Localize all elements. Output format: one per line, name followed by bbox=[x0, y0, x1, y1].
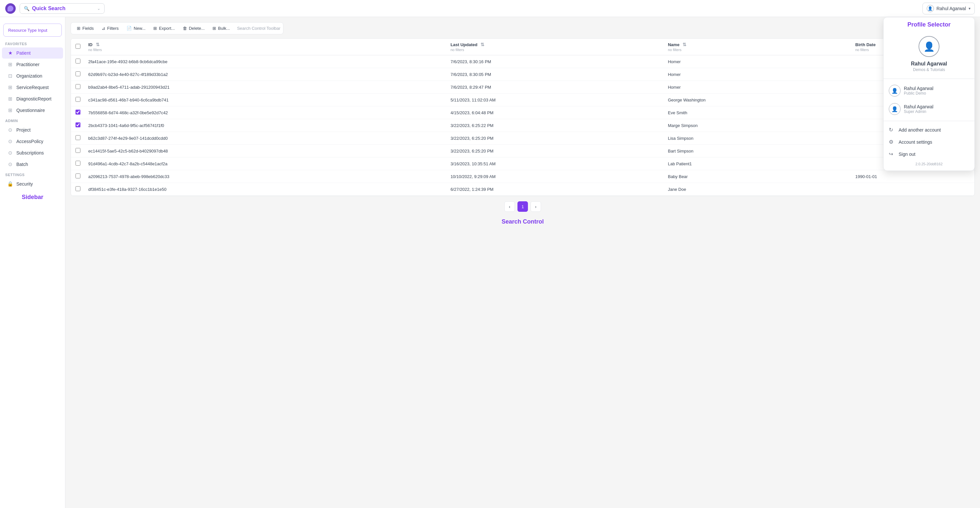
account-1-name: Rahul Agarwal bbox=[904, 86, 969, 91]
sign-out-action[interactable]: ↪ Sign out bbox=[884, 148, 974, 160]
row-last-updated: 3/22/2023, 6:25:20 PM bbox=[446, 132, 663, 145]
row-checkbox-cell[interactable] bbox=[71, 132, 84, 145]
row-checkbox-cell[interactable] bbox=[71, 106, 84, 119]
account-1-avatar: 👤 bbox=[889, 85, 900, 97]
main-layout: Resource Type Input FAVORITES ★ Patient … bbox=[0, 17, 980, 508]
row-checkbox-cell[interactable] bbox=[71, 170, 84, 183]
prev-page-button[interactable]: ‹ bbox=[504, 201, 515, 212]
sidebar-item-organization[interactable]: ⊡ Organization bbox=[2, 70, 63, 81]
sidebar-item-project-label: Project bbox=[16, 127, 31, 133]
filters-button[interactable]: ⊿ Filters bbox=[99, 24, 122, 33]
profile-version: 2.0.25-20dd8162 bbox=[884, 160, 974, 168]
app-container: 🔍 Quick Search ⌄ 👤 Rahul Agarwal ▾ Resou… bbox=[0, 0, 980, 508]
sidebar-item-diagnosticreport-label: DiagnosticReport bbox=[16, 96, 51, 101]
resource-type-input[interactable]: Resource Type Input bbox=[3, 24, 62, 37]
sidebar-item-access-policy[interactable]: ⊙ AccessPolicy bbox=[2, 136, 63, 147]
col-id: ID ⇅ no filters bbox=[84, 38, 446, 55]
account-1-info: Rahul Agarwal Public Demo bbox=[904, 86, 969, 96]
row-checkbox[interactable] bbox=[75, 59, 80, 64]
sidebar-item-diagnostic-report[interactable]: ⊞ DiagnosticReport bbox=[2, 93, 63, 104]
sidebar-item-subscriptions[interactable]: ⊙ Subscriptions bbox=[2, 147, 63, 158]
admin-section-label: ADMIN bbox=[0, 116, 65, 124]
account-settings-action[interactable]: ⚙ Account settings bbox=[884, 136, 974, 148]
row-id: 2bcb4373-1041-4a6d-9f5c-acf56741f1f0 bbox=[84, 119, 446, 132]
col-last-updated: Last Updated ⇅ no filters bbox=[446, 38, 663, 55]
header: 🔍 Quick Search ⌄ 👤 Rahul Agarwal ▾ bbox=[0, 0, 980, 17]
table-row: c341ac98-d561-46b7-b940-6c6ca9bdb741 5/1… bbox=[71, 94, 974, 106]
account-2-avatar: 👤 bbox=[889, 103, 900, 115]
policy-icon: ⊙ bbox=[7, 139, 13, 144]
data-table: ID ⇅ no filters Last Updated ⇅ no filter… bbox=[71, 38, 975, 196]
row-id: b62c3d87-274f-4e29-9e07-141dcdd0cdd0 bbox=[84, 132, 446, 145]
sidebar-item-patient[interactable]: ★ Patient bbox=[2, 48, 63, 59]
fields-button[interactable]: ⊞ Fields bbox=[73, 24, 97, 33]
select-all-checkbox[interactable] bbox=[75, 44, 80, 49]
row-checkbox[interactable] bbox=[75, 186, 80, 191]
row-checkbox-cell[interactable] bbox=[71, 157, 84, 170]
row-checkbox[interactable] bbox=[75, 148, 80, 153]
row-checkbox-cell[interactable] bbox=[71, 55, 84, 68]
row-checkbox[interactable] bbox=[75, 84, 80, 89]
col-name-adjust[interactable]: ⇅ bbox=[682, 42, 686, 47]
sidebar-item-security[interactable]: 🔒 Security bbox=[2, 178, 63, 190]
next-page-button[interactable]: › bbox=[531, 201, 541, 212]
row-checkbox-cell[interactable] bbox=[71, 81, 84, 94]
row-checkbox[interactable] bbox=[75, 174, 80, 178]
lock-icon: 🔒 bbox=[7, 181, 13, 187]
sidebar-item-subscriptions-label: Subscriptions bbox=[16, 150, 44, 155]
sidebar-item-project[interactable]: ⊙ Project bbox=[2, 125, 63, 136]
export-button[interactable]: ⊞ Export... bbox=[150, 24, 178, 33]
search-control-label: Search Control bbox=[71, 217, 975, 227]
new-button[interactable]: 📄 New... bbox=[123, 24, 149, 33]
row-name: Eve Smith bbox=[663, 106, 851, 119]
row-id: a2096213-7537-4978-abeb-998eb620dc33 bbox=[84, 170, 446, 183]
row-checkbox-cell[interactable] bbox=[71, 145, 84, 157]
app-logo[interactable] bbox=[5, 3, 16, 14]
row-last-updated: 3/22/2023, 6:25:20 PM bbox=[446, 145, 663, 157]
row-checkbox[interactable] bbox=[75, 71, 80, 76]
sidebar-item-service-request[interactable]: ⊞ ServiceRequest bbox=[2, 82, 63, 93]
row-checkbox-cell[interactable] bbox=[71, 183, 84, 196]
profile-header: 👤 Rahul Agarwal Demos & Tutorials bbox=[884, 29, 974, 76]
sidebar-item-practitioner[interactable]: ⊞ Practitioner bbox=[2, 59, 63, 70]
table-row: b9ad2ab4-8be5-4711-adab-291200943d21 7/6… bbox=[71, 81, 974, 94]
col-id-adjust[interactable]: ⇅ bbox=[96, 42, 100, 47]
row-checkbox[interactable] bbox=[75, 110, 80, 115]
export-label: Export... bbox=[159, 26, 175, 31]
col-last-updated-adjust[interactable]: ⇅ bbox=[480, 42, 484, 47]
page-1-button[interactable]: 1 bbox=[517, 201, 528, 212]
profile-account-1[interactable]: 👤 Rahul Agarwal Public Demo bbox=[884, 81, 974, 100]
user-menu-button[interactable]: 👤 Rahul Agarwal ▾ bbox=[923, 3, 975, 14]
settings-section-label: SETTINGS bbox=[0, 170, 65, 178]
bulk-button[interactable]: ⊞ Bulk... bbox=[209, 24, 233, 33]
main-content: ⊞ Fields ⊿ Filters 📄 New... ⊞ Export... … bbox=[65, 17, 980, 508]
sidebar-item-batch[interactable]: ⊙ Batch bbox=[2, 159, 63, 170]
sidebar-item-batch-label: Batch bbox=[16, 162, 28, 167]
quick-search-bar[interactable]: 🔍 Quick Search ⌄ bbox=[20, 3, 105, 14]
row-name: Baby Bear bbox=[663, 170, 851, 183]
row-name: Jane Doe bbox=[663, 183, 851, 196]
sidebar-item-questionnaire[interactable]: ⊞ Questionnaire bbox=[2, 105, 63, 116]
row-checkbox-cell[interactable] bbox=[71, 94, 84, 106]
row-last-updated: 3/22/2023, 6:25:22 PM bbox=[446, 119, 663, 132]
search-control-toolbar: ⊞ Fields ⊿ Filters 📄 New... ⊞ Export... … bbox=[71, 22, 283, 34]
filters-label: Filters bbox=[107, 26, 119, 31]
grid-icon: ⊞ bbox=[7, 62, 13, 67]
profile-account-2[interactable]: 👤 Rahul Agarwal Super Admin bbox=[884, 100, 974, 118]
star-icon: ★ bbox=[7, 50, 13, 56]
row-checkbox-cell[interactable] bbox=[71, 68, 84, 81]
row-checkbox[interactable] bbox=[75, 122, 80, 127]
row-checkbox[interactable] bbox=[75, 135, 80, 140]
add-account-action[interactable]: ↻ Add another account bbox=[884, 124, 974, 136]
table-row: b62c3d87-274f-4e29-9e07-141dcdd0cdd0 3/2… bbox=[71, 132, 974, 145]
row-id: c341ac98-d561-46b7-b940-6c6ca9bdb741 bbox=[84, 94, 446, 106]
search-control-toolbar-label: Search Control Toolbar bbox=[237, 26, 280, 31]
sign-out-label: Sign out bbox=[899, 152, 915, 157]
row-checkbox[interactable] bbox=[75, 161, 80, 166]
row-id: ec14415f-5ae5-42c5-b62d-b4029097db48 bbox=[84, 145, 446, 157]
delete-button[interactable]: 🗑 Delete... bbox=[180, 24, 208, 33]
table-row: ec14415f-5ae5-42c5-b62d-b4029097db48 3/2… bbox=[71, 145, 974, 157]
row-id: 7b556858-6d74-468c-a32f-0be5e92d7c42 bbox=[84, 106, 446, 119]
row-checkbox[interactable] bbox=[75, 97, 80, 102]
row-checkbox-cell[interactable] bbox=[71, 119, 84, 132]
